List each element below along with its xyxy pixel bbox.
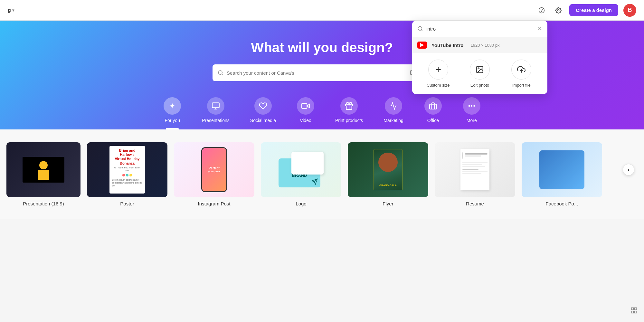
main-search-bar [213,64,431,81]
action-edit-photo[interactable]: Edit photo [459,60,500,88]
card-facebook[interactable]: Facebook Po... [522,142,602,206]
brand-arrow-icon: ▾ [12,8,14,13]
search-dropdown: intro ✕ YouTube Intro 1920 × 1080 px Cus… [412,21,547,94]
svg-point-14 [478,68,479,69]
import-file-circle [511,60,531,80]
cat-label-print-products: Print products [335,118,363,123]
dropdown-search-icon [417,26,423,32]
card-poster[interactable]: Brian and Harlow'sVirtual HolidayBonanza… [87,142,167,206]
cat-label-more: More [467,118,477,123]
card-label-logo: Logo [261,201,341,206]
card-presentation[interactable]: Presentation (16:9) [6,142,80,206]
custom-size-circle [428,60,448,80]
main-search-input[interactable] [227,70,407,76]
action-custom-size[interactable]: Custom size [417,60,459,88]
card-logo[interactable]: YOURBRAND Logo [261,142,341,206]
svg-point-1 [542,11,542,12]
cat-item-presentations[interactable]: Presentations [192,94,240,129]
svg-rect-19 [631,311,633,313]
cat-label-for-you: For you [165,118,180,123]
phone-mockup: Perfect your post [201,147,227,192]
cat-label-office: Office [427,118,439,123]
card-label-instagram: Instagram Post [174,201,254,206]
nav-right: Create a design B [536,4,636,17]
categories-row: ✦ For you Presentations Social media Vid… [0,94,644,129]
video-icon [297,97,314,115]
result-size: 1920 × 1080 px [470,43,499,48]
card-label-poster: Poster [87,201,167,206]
dropdown-search-bar: intro ✕ [412,21,547,37]
svg-rect-17 [635,308,637,310]
flyer-circle [378,153,398,172]
card-label-flyer: Flyer [348,201,428,206]
avatar[interactable]: B [623,4,636,17]
print-products-icon [340,97,358,115]
topnav: g ▾ Create a design B [0,0,644,21]
resume-inner [460,149,489,190]
create-design-button[interactable]: Create a design [569,4,618,16]
dropdown-close-button[interactable]: ✕ [537,25,542,32]
card-thumb-resume [435,142,515,197]
card-label-presentation: Presentation (16:9) [6,201,80,206]
hero-section: What will you design? ✦ For you Presenta… [0,21,644,129]
svg-rect-16 [631,308,633,310]
more-icon: ··· [463,97,480,115]
cards-row: Presentation (16:9) Brian and Harlow'sVi… [0,142,644,206]
cat-item-more[interactable]: ··· More [452,94,491,129]
card-resume[interactable]: Resume [435,142,515,206]
card-label-facebook: Facebook Po... [522,201,602,206]
poster-inner: Brian and Harlow'sVirtual HolidayBonanza… [109,146,145,194]
presentations-icon [207,97,224,115]
flyer-inner: GRAND GALA [374,149,402,190]
cat-item-video[interactable]: Video [286,94,325,129]
svg-rect-6 [212,103,219,108]
content-section: Presentation (16:9) Brian and Harlow'sVi… [0,129,644,219]
nav-left: g ▾ [8,7,14,13]
cat-item-print-products[interactable]: Print products [325,94,373,129]
cat-label-social-media: Social media [250,118,276,123]
svg-marker-7 [307,104,309,108]
action-import-file[interactable]: Import file [501,60,542,88]
help-button[interactable] [536,5,547,16]
cat-item-social-media[interactable]: Social media [240,94,286,129]
svg-point-2 [558,9,559,11]
cat-label-presentations: Presentations [202,118,230,123]
nav-brand[interactable]: g ▾ [8,7,14,13]
dropdown-search-input[interactable]: intro [426,26,534,32]
card-thumb-instagram: Perfect your post [174,142,254,197]
dropdown-actions: Custom size Edit photo Import file [412,53,547,94]
card-thumb-logo: YOURBRAND [261,142,341,197]
brand-letter: g [8,7,11,13]
cat-label-video: Video [300,118,311,123]
office-icon [424,97,442,115]
social-media-icon [254,97,272,115]
for-you-icon: ✦ [164,97,181,115]
card-thumb-presentation [6,142,80,197]
grid-view-button[interactable] [630,307,638,316]
cat-label-marketing: Marketing [384,118,403,123]
marketing-icon [385,97,402,115]
scroll-next-button[interactable]: › [623,164,634,175]
svg-rect-8 [302,103,307,108]
card-thumb-facebook [522,142,602,197]
main-search-icon [218,70,223,76]
import-file-label: Import file [512,83,531,88]
svg-rect-18 [635,311,637,313]
edit-photo-circle [470,60,490,80]
cat-item-for-you[interactable]: ✦ For you [153,94,192,129]
svg-point-3 [218,71,222,74]
card-instagram[interactable]: Perfect your post Instagram Post [174,142,254,206]
dropdown-result-youtube[interactable]: YouTube Intro 1920 × 1080 px [412,37,547,53]
settings-button[interactable] [553,5,564,16]
card-flyer[interactable]: GRAND GALA Flyer [348,142,428,206]
card-label-resume: Resume [435,201,515,206]
card-thumb-poster: Brian and Harlow'sVirtual HolidayBonanza… [87,142,167,197]
card-thumb-flyer: GRAND GALA [348,142,428,197]
svg-rect-9 [430,104,437,109]
cat-item-marketing[interactable]: Marketing [373,94,413,129]
cat-item-office[interactable]: Office [414,94,452,129]
custom-size-label: Custom size [427,83,450,88]
svg-point-10 [418,26,422,30]
youtube-icon [417,42,427,49]
result-label: YouTube Intro [431,43,463,48]
